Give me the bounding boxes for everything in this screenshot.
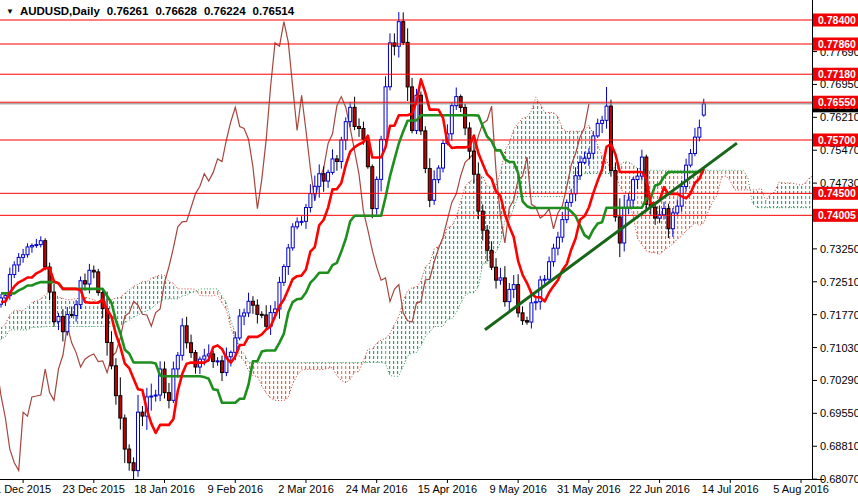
bear-candle-body [44,241,47,267]
ichimoku-cloud-segment [708,170,712,211]
ichimoku-cloud-segment [713,170,717,202]
bull-candle-body [287,248,290,267]
plot-area[interactable] [0,12,819,488]
ichimoku-cloud-segment [620,162,624,194]
ichimoku-cloud-segment [394,317,398,377]
ichimoku-cloud-segment [275,362,279,400]
bear-candle-body [167,393,170,401]
bull-candle-body [561,220,564,238]
bear-candle-body [53,292,56,322]
bull-candle-body [384,87,387,140]
ichimoku-cloud-segment [279,362,283,400]
bull-candle-body [592,136,595,153]
symbol-dropdown-icon[interactable]: ▼ [6,7,14,16]
ichimoku-cloud-segment [757,189,761,208]
bull-candle-body [676,206,679,213]
level-price-tag-label: 0.75700 [818,134,856,146]
ichimoku-cloud-segment [23,307,27,330]
bull-candle-body [282,267,285,283]
date-tick-label: 18 Jan 2016 [134,483,195,495]
price-tick-label: 0.69550 [820,407,858,419]
ichimoku-cloud-segment [350,362,354,379]
ichimoku-cloud-segment [319,362,323,369]
quote-close: 0.76514 [253,5,295,17]
bear-candle-body [322,174,325,181]
price-tick-label: 0.71770 [820,309,858,321]
bull-candle-body [181,326,184,355]
bull-candle-body [66,314,69,331]
ichimoku-cloud-segment [310,362,314,369]
bear-candle-body [477,174,480,211]
bull-candle-body [344,122,347,140]
quote-high: 0.76628 [155,5,197,17]
price-chart-canvas[interactable]: 0.776900.769500.762100.754700.747300.732… [0,0,858,498]
bear-candle-body [114,366,117,396]
bull-candle-body [512,285,515,290]
ichimoku-cloud-segment [726,170,730,181]
ichimoku-cloud-segment [752,190,756,208]
bull-candle-body [243,313,246,316]
ichimoku-cloud-segment [142,282,146,313]
bull-candle-body [574,176,577,194]
date-tick-label: 9 Feb 2016 [207,483,263,495]
bull-candle-body [57,316,60,321]
bull-candle-body [88,270,91,284]
ichimoku-cloud-segment [386,334,390,376]
bear-candle-body [490,250,493,267]
bull-candle-body [437,168,440,180]
bear-candle-body [265,315,268,326]
bull-candle-body [543,279,546,280]
ichimoku-cloud-segment [125,290,129,323]
bull-candle-body [296,222,299,227]
quote-open: 0.76261 [107,5,149,17]
ichimoku-cloud-segment [545,112,549,196]
ichimoku-cloud-segment [182,289,186,296]
bull-candle-body [636,176,639,179]
ichimoku-cloud-segment [302,362,306,370]
ichimoku-cloud-segment [805,178,809,208]
ichimoku-cloud-segment [151,277,155,309]
bear-candle-body [654,207,657,218]
bull-candle-body [30,246,33,247]
ichimoku-cloud-segment [730,170,734,190]
bull-candle-body [548,262,551,280]
bear-candle-body [70,314,73,315]
bull-candle-body [508,289,511,301]
bear-candle-body [141,412,144,416]
ichimoku-cloud-segment [735,170,739,190]
price-tick-label: 0.70290 [820,374,858,386]
bear-candle-body [132,463,135,471]
bull-candle-body [442,143,445,168]
bear-candle-body [371,167,374,209]
ichimoku-cloud-segment [465,182,469,296]
price-tick-label: 0.71030 [820,342,858,354]
bear-candle-body [525,321,528,322]
ichimoku-cloud-segment [19,311,23,330]
bull-candle-body [689,154,692,166]
bear-candle-body [256,305,259,314]
bull-candle-body [172,369,175,400]
chart-title: ▼ AUDUSD,Daily 0.76261 0.76628 0.76224 0… [6,3,294,19]
level-price-tag-label: 0.76550 [818,96,856,108]
ichimoku-cloud-segment [293,362,297,383]
bull-candle-body [304,208,307,222]
bull-candle-body [22,255,25,258]
level-price-tag-label: 0.77180 [818,68,856,80]
ichimoku-cloud-segment [523,117,527,197]
ichimoku-cloud-segment [447,226,451,319]
ichimoku-cloud-segment [554,112,558,196]
date-tick-label: 2 Mar 2016 [278,483,334,495]
ichimoku-cloud-segment [209,289,213,296]
ichimoku-cloud-segment [341,362,345,382]
bear-candle-body [61,316,64,331]
level-price-tag-label: 0.74005 [818,209,856,221]
ichimoku-cloud-segment [470,180,474,293]
ichimoku-cloud-segment [779,182,783,208]
ichimoku-cloud-segment [456,202,460,313]
bull-candle-body [587,153,590,158]
bull-candle-body [450,106,453,134]
ichimoku-cloud-segment [797,184,801,208]
bull-candle-body [601,120,604,123]
level-price-tag-label: 0.78400 [818,14,856,26]
bear-candle-body [212,354,215,362]
